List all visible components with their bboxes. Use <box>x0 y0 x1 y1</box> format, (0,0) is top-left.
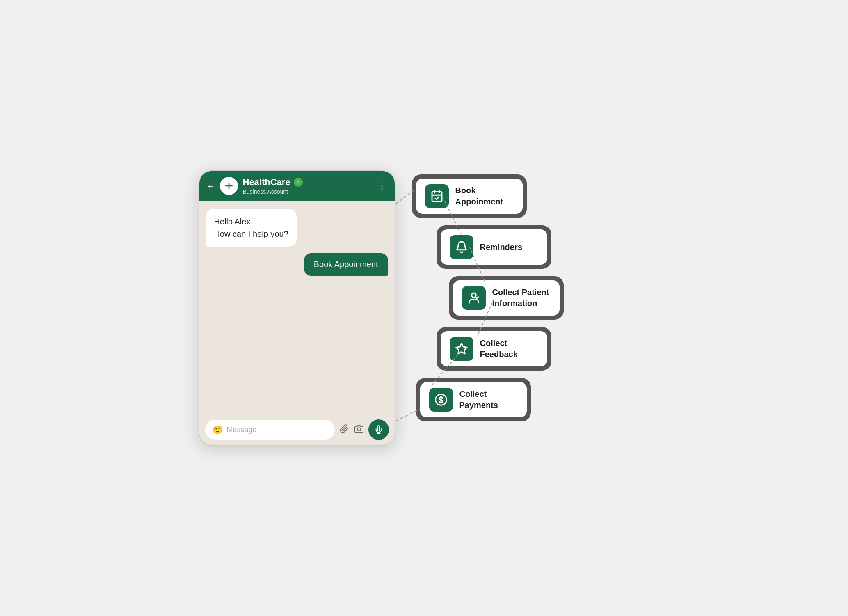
feature-row-reminders: Reminders <box>437 225 564 269</box>
feature-card-payments: CollectPayments <box>416 378 531 421</box>
chat-area: Hello Alex.How can I help you? Book Appo… <box>199 201 395 414</box>
feature-label-reminders: Reminders <box>480 242 522 253</box>
feature-row-feedback: CollectFeedback <box>437 327 564 371</box>
dollar-icon <box>429 388 453 412</box>
app-name: HealthCare <box>243 177 290 188</box>
account-type: Business Account <box>243 188 373 195</box>
back-button[interactable]: ← <box>207 181 215 191</box>
star-icon <box>450 337 473 361</box>
feature-card-book: BookAppoinment <box>412 174 527 218</box>
emoji-icon: 🙂 <box>213 425 223 435</box>
verified-badge: ✓ <box>294 178 303 187</box>
feature-label-feedback: CollectFeedback <box>480 338 518 360</box>
svg-point-2 <box>357 428 360 431</box>
sent-bubble: Book Appoinment <box>304 253 388 276</box>
message-input[interactable]: 🙂 Message <box>205 420 335 440</box>
svg-rect-5 <box>432 192 442 202</box>
bell-icon <box>450 235 473 259</box>
avatar <box>220 177 238 195</box>
attach-icons <box>340 424 363 435</box>
chat-header: ← HealthCare ✓ Business Account ⋮ <box>199 171 395 201</box>
svg-marker-11 <box>456 343 467 354</box>
camera-icon[interactable] <box>354 424 363 435</box>
feature-label-patient: Collect PatientInformation <box>492 287 549 309</box>
feature-row-payments: CollectPayments <box>416 378 564 421</box>
calendar-icon <box>425 184 449 208</box>
menu-button[interactable]: ⋮ <box>377 181 387 191</box>
feature-row-book: BookAppoinment <box>412 174 564 218</box>
paperclip-icon[interactable] <box>340 424 349 435</box>
phone-mockup: ← HealthCare ✓ Business Account ⋮ Hello … <box>199 170 395 446</box>
header-info: HealthCare ✓ Business Account <box>243 177 373 195</box>
svg-point-10 <box>471 293 476 298</box>
feature-row-patient: Collect PatientInformation <box>449 276 564 320</box>
feature-card-feedback: CollectFeedback <box>437 327 551 371</box>
feature-label-payments: CollectPayments <box>459 389 498 411</box>
features-panel: BookAppoinment Reminders <box>395 170 564 429</box>
feature-card-patient: Collect PatientInformation <box>449 276 564 320</box>
feature-card-reminders: Reminders <box>437 225 551 269</box>
feature-label-book: BookAppoinment <box>455 185 503 207</box>
mic-button[interactable] <box>368 419 389 440</box>
received-bubble: Hello Alex.How can I help you? <box>206 209 297 247</box>
user-check-icon <box>462 286 486 310</box>
message-bar: 🙂 Message <box>199 414 395 445</box>
message-placeholder: Message <box>227 426 257 434</box>
